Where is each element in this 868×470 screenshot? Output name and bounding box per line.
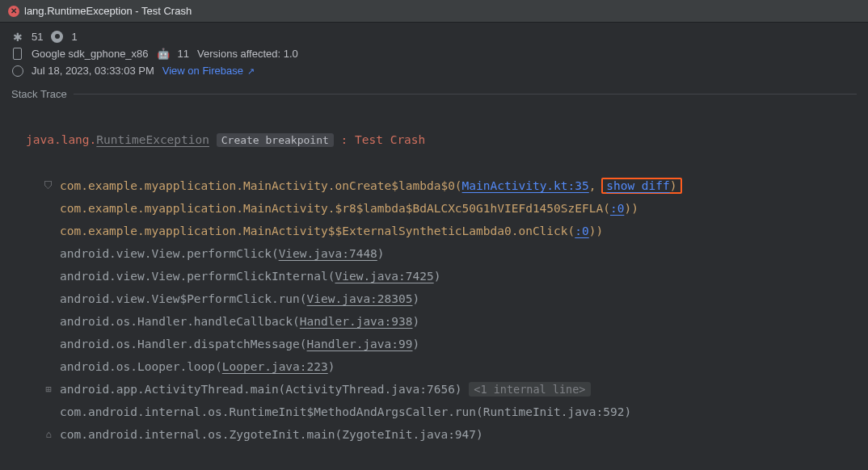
divider	[74, 94, 857, 94]
timestamp-row: Jul 18, 2023, 03:33:03 PM View on Fireba…	[11, 65, 857, 77]
exception-package: java.lang.	[26, 133, 96, 146]
error-icon: ✕	[8, 6, 19, 17]
source-link[interactable]: View.java:28305	[307, 292, 413, 305]
source-link[interactable]: :0	[575, 225, 588, 237]
source-link[interactable]: MainActivity.kt:35	[462, 179, 589, 192]
exception-message: Test Crash	[355, 133, 425, 146]
window-title: lang.RuntimeException - Test Crash	[24, 5, 192, 17]
frame-call: android.os.Looper.loop(	[60, 360, 222, 373]
stack-frame: com.example.myapplication.MainActivity$$…	[15, 220, 860, 242]
crash-count-icon	[11, 31, 23, 43]
frame-call: android.os.Handler.handleCallback(	[60, 315, 300, 328]
source-link[interactable]: View.java:7448	[279, 247, 377, 260]
stack-frame: com.example.myapplication.MainActivity.$…	[15, 197, 860, 220]
highlight-box: show diff)	[601, 178, 681, 194]
stack-frame: com.android.internal.os.RuntimeInit$Meth…	[15, 401, 860, 423]
stack-frame: android.view.View.performClick(View.java…	[15, 242, 860, 265]
show-diff-link[interactable]: show diff	[606, 179, 670, 192]
stack-frame: android.view.View$PerformClick.run(View.…	[15, 287, 860, 310]
android-api: 11	[178, 48, 189, 60]
source-link[interactable]: :0	[610, 202, 624, 215]
gutter-icon[interactable]: ⛉	[42, 174, 55, 197]
stack-frame: android.os.Handler.handleCallback(Handle…	[15, 310, 860, 333]
frame-call: com.example.myapplication.MainActivity.$…	[60, 202, 610, 215]
device-name: Google sdk_gphone_x86	[32, 48, 149, 60]
device-row: Google sdk_gphone_x86 🤖 11 Versions affe…	[11, 48, 857, 60]
source-link[interactable]: Looper.java:223	[222, 360, 328, 373]
gutter-icon[interactable]: ⊞	[42, 378, 55, 401]
stack-frame: ⊞android.app.ActivityThread.main(Activit…	[15, 378, 860, 401]
gutter-icon[interactable]: ⌂	[42, 423, 55, 446]
stack-frame: android.os.Handler.dispatchMessage(Handl…	[15, 333, 860, 355]
user-count-icon	[51, 31, 63, 43]
android-icon: 🤖	[157, 48, 170, 60]
device-icon	[11, 48, 23, 60]
internal-line-badge[interactable]: <1 internal line>	[469, 382, 590, 397]
source-link[interactable]: Handler.java:99	[307, 338, 413, 350]
frame-call: android.view.View.performClick(	[60, 247, 279, 260]
section-label-row: Stack Trace	[0, 80, 868, 103]
crash-count: 51	[32, 31, 43, 43]
exception-line: java.lang.RuntimeException Create breakp…	[15, 128, 860, 152]
frame-call: com.android.internal.os.ZygoteInit.main(…	[60, 428, 483, 441]
event-timestamp: Jul 18, 2023, 03:33:03 PM	[32, 65, 154, 77]
external-link-icon: ↗	[245, 66, 255, 76]
stats-row: 51 1	[11, 31, 857, 43]
stack-trace-label: Stack Trace	[11, 88, 67, 100]
frame-call: android.os.Handler.dispatchMessage(	[60, 338, 307, 350]
stack-frame: android.os.Looper.loop(Looper.java:223)	[15, 355, 860, 378]
versions-affected: Versions affected: 1.0	[197, 48, 298, 60]
frame-call: android.view.View.performClickInternal(	[60, 270, 335, 283]
exception-class[interactable]: RuntimeException	[96, 133, 209, 146]
frame-call: android.app.ActivityThread.main(Activity…	[60, 383, 469, 396]
exception-separator: :	[334, 133, 355, 146]
stack-frame: ⛉com.example.myapplication.MainActivity.…	[15, 174, 860, 197]
crash-meta: 51 1 Google sdk_gphone_x86 🤖 11 Versions…	[0, 23, 868, 80]
clock-icon	[11, 65, 23, 77]
frame-call: com.example.myapplication.MainActivity.o…	[60, 179, 462, 192]
frame-call: com.android.internal.os.RuntimeInit$Meth…	[60, 405, 631, 418]
user-count: 1	[71, 31, 77, 43]
stack-frame: ⌂com.android.internal.os.ZygoteInit.main…	[15, 423, 860, 446]
frame-call: com.example.myapplication.MainActivity$$…	[60, 225, 575, 237]
source-link[interactable]: View.java:7425	[335, 270, 433, 283]
stack-frame: android.view.View.performClickInternal(V…	[15, 265, 860, 287]
stack-trace: java.lang.RuntimeException Create breakp…	[0, 103, 868, 470]
view-on-firebase-link[interactable]: View on Firebase ↗	[162, 65, 255, 77]
create-breakpoint-button[interactable]: Create breakpoint	[217, 133, 334, 147]
source-link[interactable]: Handler.java:938	[300, 315, 413, 328]
frame-call: android.view.View$PerformClick.run(	[60, 292, 307, 305]
window-header: ✕ lang.RuntimeException - Test Crash	[0, 0, 868, 23]
